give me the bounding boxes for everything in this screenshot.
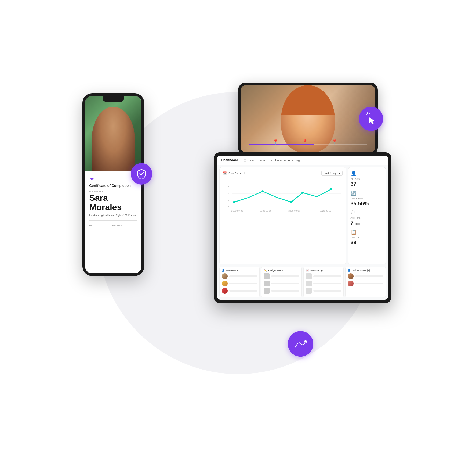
chart-title: 📅 Your School — [223, 171, 245, 175]
click-badge — [359, 107, 383, 131]
phone-notch — [103, 96, 124, 102]
conversions-label: Conversions — [351, 197, 383, 200]
new-users-title: 👤 New Users — [222, 269, 257, 272]
chart-school-label: Your School — [228, 171, 245, 175]
phone-landscape: 📍 📍 📍 — [238, 83, 378, 155]
preview-label: Preview home page — [275, 159, 301, 162]
cert-title: Certificate of Completion — [89, 184, 137, 188]
assignment-line-1 — [271, 275, 299, 277]
user-avatar-2 — [222, 281, 228, 286]
pin-1: 📍 — [272, 139, 278, 145]
event-icon-3 — [306, 288, 312, 294]
svg-text:4: 4 — [228, 192, 229, 195]
events-icon: 📈 — [306, 269, 309, 272]
event-line-3 — [313, 290, 341, 292]
conversions-value: 35.56% — [351, 200, 383, 207]
cert-date: DATE — [89, 223, 106, 227]
video-background: 📍 📍 📍 — [241, 85, 375, 152]
svg-point-16 — [301, 192, 304, 194]
stat-courses: 📋 Courses 39 — [351, 229, 383, 246]
cursor-icon — [364, 112, 378, 126]
user-name-line-1 — [229, 275, 257, 277]
svg-text:2020-09-09: 2020-09-09 — [320, 210, 332, 212]
create-label: Create course — [247, 159, 266, 162]
tablet-inner: Dashboard ⊞ Create course ▭ Preview home… — [217, 156, 388, 300]
stat-conversions: 🔄 Conversions 35.56% — [351, 190, 383, 207]
certificate-body: ✦ Certificate of Completion WE PRESENT I… — [85, 171, 141, 273]
assignments-title: ✏️ Assignments — [264, 269, 299, 272]
cert-signature: SIGNATURE — [111, 223, 127, 227]
courses-value: 39 — [351, 239, 383, 246]
chart-svg-container: 8 6 4 2 0 — [223, 178, 343, 216]
phone-photo — [85, 96, 141, 171]
phone-left: ✦ Certificate of Completion WE PRESENT I… — [82, 93, 144, 276]
cert-date-label: DATE — [89, 224, 106, 227]
svg-point-13 — [233, 201, 235, 203]
event-line-1 — [313, 275, 341, 277]
create-icon: ⊞ — [244, 158, 246, 162]
new-user-row-1 — [222, 273, 257, 279]
online-line-2 — [355, 283, 383, 284]
svg-text:2020-09-05: 2020-09-05 — [260, 210, 272, 212]
preview-icon: ▭ — [271, 158, 274, 162]
online-users-widget: 👤 Online users (2) — [345, 267, 386, 297]
tablet-topbar: Dashboard ⊞ Create course ▭ Preview home… — [217, 156, 388, 165]
filter-label: Last 7 days — [324, 172, 337, 175]
cert-name: Sara Morales — [89, 193, 137, 212]
cert-footer: DATE SIGNATURE — [89, 223, 137, 227]
svg-point-14 — [261, 190, 264, 192]
online-users-icon: 👤 — [348, 269, 351, 272]
user-name-line-2 — [229, 283, 257, 284]
assignment-row-2 — [264, 281, 299, 286]
stat-all-users: 👤 All users 37 — [351, 171, 383, 187]
cert-sig-label: SIGNATURE — [111, 224, 127, 227]
tab-create-course[interactable]: ⊞ Create course — [244, 158, 266, 162]
user-avatar-3 — [222, 288, 228, 294]
event-row-3 — [306, 288, 341, 294]
events-log-title: 📈 Events Log — [306, 269, 341, 272]
new-user-row-2 — [222, 281, 257, 286]
assignment-line-3 — [271, 290, 299, 292]
online-avatar-1 — [348, 273, 354, 279]
tab-dashboard[interactable]: Dashboard — [221, 158, 238, 162]
assignment-row-3 — [264, 288, 299, 294]
pin-3: 📍 — [332, 139, 337, 145]
svg-point-15 — [290, 201, 292, 203]
svg-text:6: 6 — [228, 186, 229, 188]
svg-line-0 — [366, 114, 367, 115]
chart-header: 📅 Your School Last 7 days ▾ — [223, 171, 343, 176]
analytics-badge — [288, 331, 313, 357]
avg-time-label: Avg Time — [351, 217, 383, 219]
cert-date-line — [89, 223, 106, 223]
event-row-2 — [306, 281, 341, 286]
chart-area: 📅 Your School Last 7 days ▾ 8 — [219, 167, 346, 264]
cert-last-name: Morales — [89, 203, 137, 212]
assignment-row-1 — [264, 273, 299, 279]
events-log-widget: 📈 Events Log — [303, 267, 344, 297]
cert-desc: for attending the Human Rights 101 Cours… — [89, 214, 137, 217]
cert-first-name: Sara — [89, 193, 137, 203]
assignment-icon-3 — [264, 288, 270, 294]
cert-icon: ✦ — [89, 175, 137, 182]
svg-text:2020-09-07: 2020-09-07 — [288, 210, 300, 212]
online-user-row-2 — [348, 281, 383, 286]
avg-time-value: 7 min — [351, 220, 383, 226]
online-line-1 — [355, 275, 383, 277]
online-avatar-2 — [348, 281, 354, 286]
cert-divider — [89, 220, 137, 221]
all-users-label: All users — [351, 178, 383, 180]
line-chart: 8 6 4 2 0 — [223, 178, 343, 216]
event-icon-2 — [306, 281, 312, 286]
all-users-value: 37 — [351, 181, 383, 187]
clock-icon: ⏱ — [351, 210, 383, 216]
courses-icon: 📋 — [351, 229, 383, 235]
shield-badge — [131, 163, 152, 185]
svg-point-17 — [330, 188, 332, 190]
users-icon: 👤 — [351, 171, 383, 177]
tab-preview-home[interactable]: ▭ Preview home page — [271, 158, 301, 162]
chart-filter-dropdown[interactable]: Last 7 days ▾ — [321, 171, 342, 176]
user-name-line-3 — [229, 290, 257, 292]
user-avatar-1 — [222, 273, 228, 279]
assignments-icon: ✏️ — [264, 269, 267, 272]
svg-text:2020-09-03: 2020-09-03 — [231, 210, 243, 212]
